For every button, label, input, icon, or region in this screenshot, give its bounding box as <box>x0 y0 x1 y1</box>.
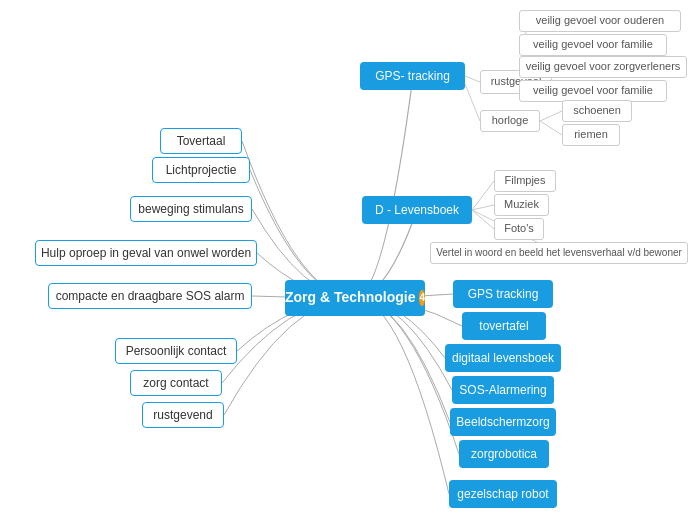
svg-line-7 <box>540 121 562 135</box>
horloge-node: horloge <box>480 110 540 132</box>
svg-line-10 <box>472 210 494 229</box>
persoonlijk-contact-node: Persoonlijk contact <box>115 338 237 364</box>
riemen-node: riemen <box>562 124 620 146</box>
zorg-contact-node: zorg contact <box>130 370 222 396</box>
gps-tracking-node: GPS- tracking <box>360 62 465 90</box>
right-gps-node: GPS tracking <box>453 280 553 308</box>
center-badge: 4 <box>419 290 425 306</box>
beeldschermzorg-node: Beeldschermzorg <box>450 408 556 436</box>
digitaal-levensboek-node: digitaal levensboek <box>445 344 561 372</box>
center-node: Zorg & Technologie 4 <box>285 280 425 316</box>
svg-line-9 <box>472 205 494 210</box>
svg-line-5 <box>465 84 480 121</box>
svg-line-6 <box>540 111 562 121</box>
levensboek-node: D - Levensboek <box>362 196 472 224</box>
fotos-node: Foto's <box>494 218 544 240</box>
center-label: Zorg & Technologie <box>285 288 415 308</box>
gps-leaf-2: veilig gevoel voor familie <box>519 34 667 56</box>
schoenen-node: schoenen <box>562 100 632 122</box>
gezelschap-robot-node: gezelschap robot <box>449 480 557 508</box>
lichtprojectie-node: Lichtprojectie <box>152 157 250 183</box>
beweging-node: beweging stimulans <box>130 196 252 222</box>
muziek-node: Muziek <box>494 194 549 216</box>
sos-alarmering-node: SOS-Alarmering <box>452 376 554 404</box>
levensverhaal-node: Vertel in woord en beeld het levensverha… <box>430 242 688 264</box>
zorgrobotica-node: zorgrobotica <box>459 440 549 468</box>
tovertaal-node: Tovertaal <box>160 128 242 154</box>
tovertafel-node: tovertafel <box>462 312 546 340</box>
svg-line-8 <box>472 181 494 210</box>
hulp-oproep-node: Hulp oproep in geval van onwel worden <box>35 240 257 266</box>
gps-leaf-4: veilig gevoel voor familie <box>519 80 667 102</box>
svg-line-0 <box>465 76 480 82</box>
gps-leaf-3: veilig gevoel voor zorgverleners <box>519 56 687 78</box>
gps-leaf-1: veilig gevoel voor ouderen <box>519 10 681 32</box>
rustgevend-node: rustgevend <box>142 402 224 428</box>
sos-alarm-node: compacte en draagbare SOS alarm <box>48 283 252 309</box>
filmpjes-node: Filmpjes <box>494 170 556 192</box>
